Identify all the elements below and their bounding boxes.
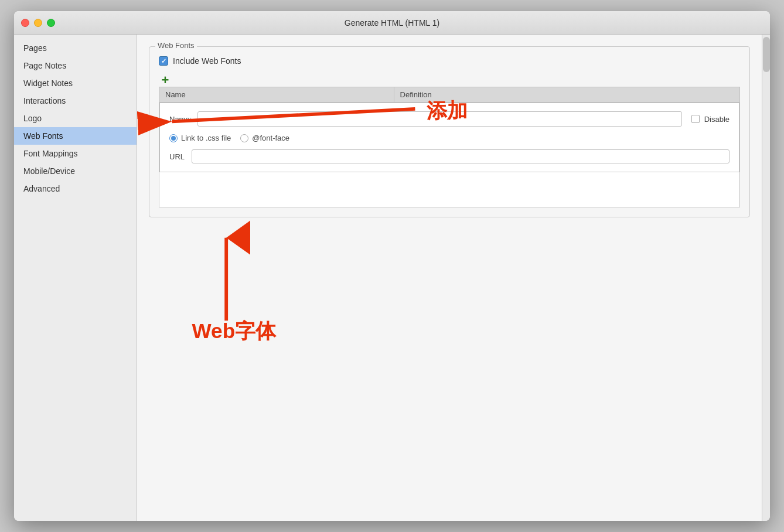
scrollbar[interactable] <box>762 35 770 521</box>
sidebar-item-logo[interactable]: Logo <box>14 110 137 127</box>
name-row: Name: Disable <box>169 111 730 127</box>
table-header: Name Definition <box>159 87 740 102</box>
sidebar-item-font-mappings[interactable]: Font Mappings <box>14 145 137 162</box>
window-title: Generate HTML (HTML 1) <box>345 18 439 28</box>
radio-fontface-dot[interactable] <box>240 134 248 142</box>
table-body: Name: Disable Link to .css file <box>159 102 740 207</box>
sidebar-item-pages[interactable]: Pages <box>14 39 137 57</box>
sidebar-item-page-notes[interactable]: Page Notes <box>14 57 137 74</box>
radio-css-dot[interactable] <box>169 134 178 142</box>
font-form: Name: Disable Link to .css file <box>159 103 739 172</box>
maximize-button[interactable] <box>47 19 55 27</box>
radio-fontface-option[interactable]: @font-face <box>240 134 289 142</box>
url-label: URL <box>169 152 187 161</box>
window-body: Pages Page Notes Widget Notes Interactio… <box>14 35 770 521</box>
titlebar: Generate HTML (HTML 1) <box>14 11 770 35</box>
radio-css-option[interactable]: Link to .css file <box>169 134 231 142</box>
main-window: Generate HTML (HTML 1) Pages Page Notes … <box>14 11 770 521</box>
include-web-fonts-checkbox[interactable] <box>159 56 168 66</box>
main-content: Web Fonts Include Web Fonts + Name Defin… <box>137 35 762 521</box>
disable-label: Disable <box>704 115 730 124</box>
minimize-button[interactable] <box>34 19 42 27</box>
close-button[interactable] <box>21 19 29 27</box>
section-label: Web Fonts <box>155 41 197 50</box>
sidebar-item-widget-notes[interactable]: Widget Notes <box>14 74 137 92</box>
web-fonts-section: Web Fonts Include Web Fonts + Name Defin… <box>149 46 750 217</box>
radio-css-label: Link to .css file <box>181 134 231 142</box>
radio-fontface-label: @font-face <box>252 134 289 142</box>
radio-row: Link to .css file @font-face <box>169 134 730 142</box>
traffic-lights <box>21 19 55 27</box>
sidebar-item-interactions[interactable]: Interactions <box>14 92 137 110</box>
font-type-radio-group: Link to .css file @font-face <box>169 134 289 142</box>
name-input[interactable] <box>197 111 682 127</box>
include-row: Include Web Fonts <box>159 56 740 66</box>
sidebar: Pages Page Notes Widget Notes Interactio… <box>14 35 137 521</box>
sidebar-item-advanced[interactable]: Advanced <box>14 180 137 197</box>
col-name-header: Name <box>159 87 394 102</box>
sidebar-item-web-fonts[interactable]: Web Fonts <box>14 127 137 145</box>
url-row: URL <box>169 149 730 163</box>
url-input[interactable] <box>192 149 730 163</box>
include-web-fonts-label: Include Web Fonts <box>173 56 241 66</box>
sidebar-item-mobile-device[interactable]: Mobile/Device <box>14 162 137 180</box>
col-definition-header: Definition <box>394 87 739 102</box>
scrollbar-thumb[interactable] <box>763 37 770 72</box>
disable-checkbox[interactable] <box>691 115 700 123</box>
name-label: Name: <box>169 115 193 124</box>
web-fonts-annotation: Web字体 <box>192 319 278 342</box>
add-font-button[interactable]: + <box>159 74 172 87</box>
